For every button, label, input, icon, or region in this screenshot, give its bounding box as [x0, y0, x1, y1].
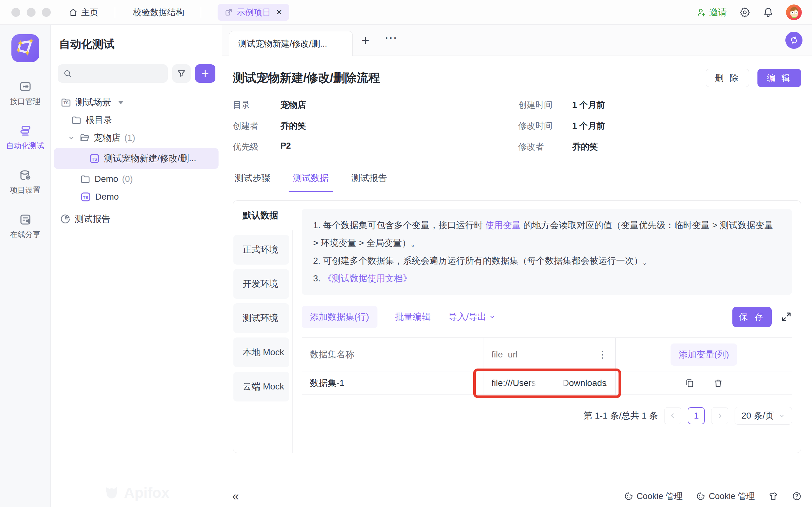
- file-url-prefix: file:///Users: [492, 378, 536, 388]
- project-tab-label: 示例项目: [237, 7, 271, 18]
- import-export-button[interactable]: 导入/导出: [449, 311, 496, 323]
- add-variable-column-button[interactable]: 添加变量(列): [670, 343, 738, 366]
- window-controls[interactable]: [11, 8, 51, 17]
- test-data-panel: 默认数据 正式环境 开发环境 测试环境 本地 Mock 云端 Mock 1. 每…: [233, 200, 801, 453]
- more-tabs-button[interactable]: ⋯: [385, 31, 398, 45]
- tree-item-test-pet-flow[interactable]: TS 测试宠物新建/修改/删...: [54, 148, 218, 169]
- person-plus-icon: [697, 7, 707, 17]
- env-tab-cloud-mock[interactable]: 云端 Mock: [233, 372, 289, 401]
- delete-row-icon[interactable]: [713, 378, 723, 388]
- close-icon[interactable]: ✕: [276, 8, 282, 17]
- page-title: 测试宠物新建/修改/删除流程: [233, 70, 380, 86]
- batch-edit-button[interactable]: 批量编辑: [395, 311, 431, 323]
- rail-item-label: 自动化测试: [6, 141, 44, 151]
- doc-tab-label: 测试宠物新建/修改/删...: [238, 38, 327, 49]
- prev-page-button[interactable]: [664, 407, 681, 424]
- cookie-manager-label: Cookie 管理: [709, 491, 755, 502]
- add-scenario-button[interactable]: +: [195, 64, 215, 83]
- folder-icon: [71, 115, 82, 125]
- help-icon[interactable]: [792, 491, 802, 501]
- env-tab-testing[interactable]: 测试环境: [233, 303, 289, 333]
- pie-chart-icon: [60, 213, 71, 225]
- project-settings-icon: [19, 169, 32, 182]
- meta-label: 创建者: [233, 120, 281, 131]
- cookie-manager-1[interactable]: Cookie 管理: [624, 491, 683, 502]
- bell-icon[interactable]: [763, 7, 774, 18]
- detail-tabs: 测试步骤 测试数据 测试报告: [222, 172, 812, 192]
- test-data-doc-link[interactable]: 《测试数据使用文档》: [323, 274, 412, 283]
- file-url-cell[interactable]: file:///Users Downloads/ir: [483, 372, 615, 395]
- tree-item-demo-scenario[interactable]: TS Demo: [51, 188, 222, 206]
- rail-item-api-management[interactable]: 接口管理: [10, 80, 41, 107]
- scenario-tree: TS 测试场景 根目录 宠物店 (1) TS 测试宠物新建/修改/删... De…: [51, 94, 222, 228]
- search-box[interactable]: [58, 64, 168, 83]
- sync-button[interactable]: [785, 32, 803, 49]
- sidebar-automated-testing: 自动化测试 + TS 测试场景 根目录 宠物店 (1) TS 测试宠物新: [51, 25, 222, 507]
- home-button[interactable]: 主页: [68, 7, 98, 18]
- chevron-down-icon[interactable]: [67, 134, 75, 142]
- home-icon: [68, 8, 78, 17]
- delete-button[interactable]: 删 除: [706, 69, 750, 87]
- env-tab-production[interactable]: 正式环境: [233, 235, 289, 265]
- gear-icon[interactable]: [739, 7, 751, 18]
- filter-button[interactable]: [172, 64, 191, 83]
- fullscreen-icon[interactable]: [780, 311, 792, 323]
- tree-item-test-reports[interactable]: 测试报告: [51, 210, 222, 228]
- page-number-button[interactable]: 1: [688, 407, 705, 424]
- new-tab-button[interactable]: +: [362, 33, 369, 48]
- chevron-left-icon: [669, 412, 676, 419]
- ts-folder-icon: TS: [60, 97, 72, 108]
- copy-icon[interactable]: [684, 378, 695, 388]
- theme-shirt-icon[interactable]: [768, 491, 778, 501]
- doc-tab-active[interactable]: 测试宠物新建/修改/删...: [229, 31, 353, 56]
- caret-down-icon[interactable]: [118, 101, 124, 104]
- tab-sample-project[interactable]: 示例项目 ✕: [217, 4, 289, 21]
- add-dataset-row-button[interactable]: 添加数据集(行): [302, 306, 377, 328]
- cookie-manager-2[interactable]: Cookie 管理: [696, 491, 755, 502]
- meta-label: 修改者: [518, 141, 572, 153]
- import-export-label: 导入/导出: [449, 311, 487, 323]
- column-header-dataset-name: 数据集名称: [302, 338, 483, 372]
- app-logo[interactable]: [11, 34, 39, 62]
- avatar[interactable]: [786, 4, 802, 20]
- chevron-down-icon: [778, 412, 785, 419]
- external-link-icon: [224, 8, 233, 16]
- env-tab-default-data[interactable]: 默认数据: [233, 201, 293, 230]
- save-button[interactable]: 保 存: [732, 307, 772, 327]
- tree-item-pet-store[interactable]: 宠物店 (1): [51, 129, 222, 147]
- note-line-3: 3. 《测试数据使用文档》: [313, 270, 780, 287]
- svg-text:TS: TS: [83, 195, 88, 200]
- tree-item-label: 测试场景: [75, 96, 111, 108]
- tab-test-steps[interactable]: 测试步骤: [233, 172, 272, 192]
- tree-item-label: 根目录: [86, 114, 112, 126]
- cookie-icon: [696, 492, 705, 501]
- rail-item-label: 项目设置: [10, 185, 41, 195]
- sidebar-title: 自动化测试: [59, 37, 222, 52]
- cookie-manager-label: Cookie 管理: [637, 491, 683, 502]
- apifox-watermark: Apifox: [51, 484, 222, 501]
- dataset-name-cell[interactable]: 数据集-1: [302, 372, 483, 395]
- invite-button[interactable]: 邀请: [697, 6, 727, 18]
- collapse-sidebar-icon[interactable]: «: [232, 490, 239, 502]
- chevron-right-icon: [716, 412, 723, 419]
- tab-doc-link[interactable]: 校验数据结构: [133, 7, 184, 18]
- env-tab-development[interactable]: 开发环境: [233, 269, 289, 299]
- note-line-1: 1. 每个数据集可包含多个变量，接口运行时 使用变量 的地方会读取对应的值（变量…: [313, 216, 780, 252]
- next-page-button[interactable]: [711, 407, 728, 424]
- rail-item-project-settings[interactable]: 项目设置: [10, 169, 41, 195]
- use-variable-link[interactable]: 使用变量: [485, 220, 521, 230]
- edit-button[interactable]: 编 辑: [757, 69, 801, 87]
- tab-test-data[interactable]: 测试数据: [291, 172, 331, 192]
- search-input[interactable]: [75, 69, 148, 78]
- tree-item-test-scenarios[interactable]: TS 测试场景: [51, 94, 222, 111]
- tab-test-report[interactable]: 测试报告: [350, 172, 389, 192]
- tree-item-root-folder[interactable]: 根目录: [51, 111, 222, 129]
- rail-item-online-share[interactable]: 在线分享: [10, 213, 41, 239]
- page-size-select[interactable]: 20 条/页: [734, 407, 792, 425]
- kebab-menu-icon[interactable]: ⋮: [598, 349, 607, 360]
- tree-item-demo-folder[interactable]: Demo (0): [51, 170, 222, 188]
- column-header-file-url[interactable]: file_url ⋮: [483, 338, 615, 372]
- meta-label: 目录: [233, 99, 281, 111]
- rail-item-automated-testing[interactable]: 自动化测试: [6, 124, 44, 151]
- env-tab-local-mock[interactable]: 本地 Mock: [233, 337, 289, 367]
